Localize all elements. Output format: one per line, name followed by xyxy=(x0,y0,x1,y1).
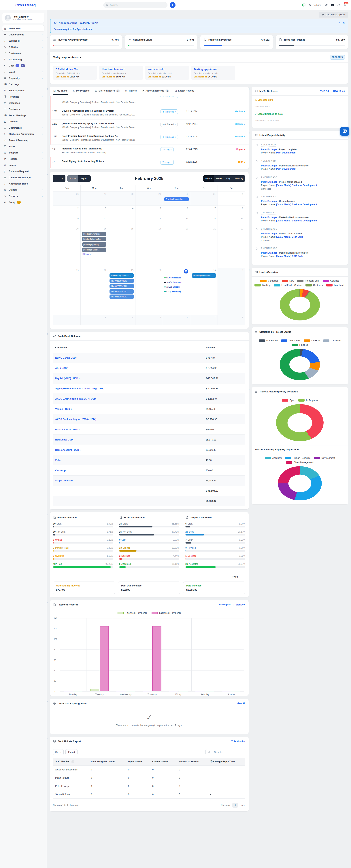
appointment-title[interactable]: CRM Module - Ter... xyxy=(56,68,94,71)
appointment-title[interactable]: New template for p... xyxy=(101,68,140,71)
activity-project-link[interactable]: PWA Development xyxy=(276,151,296,154)
task-status-select[interactable]: In Progress ∨ xyxy=(160,135,178,140)
bar-last-week-payments[interactable] xyxy=(73,691,83,691)
calendar-day-cell[interactable]: 3 xyxy=(81,315,108,325)
task-row[interactable]: 1291 Develop Knowledge Base & Wiki Book … xyxy=(50,107,248,120)
account-link[interactable]: Stripe Checkout xyxy=(53,479,206,482)
staff-col-staff-member[interactable]: Staff Member∧ xyxy=(53,758,88,766)
account-link[interactable]: Venmo ( USD ) xyxy=(53,408,206,410)
legend-item[interactable]: Cancelled xyxy=(323,339,341,342)
legend-item[interactable]: Last Week Payments xyxy=(151,612,181,614)
staff-col-open-tickets[interactable]: Open Tickets xyxy=(126,758,150,766)
legend-item[interactable]: Client Management xyxy=(286,461,314,464)
account-link[interactable]: CashApp xyxy=(53,469,206,472)
calendar-day-cell[interactable]: 28 xyxy=(108,191,136,206)
account-link[interactable]: Apple [Goldman Sachs Credit Card] ( USD … xyxy=(53,387,206,390)
pagination-previous[interactable]: Previous xyxy=(221,804,230,806)
settings-button[interactable]: Settings xyxy=(309,4,321,7)
calendar-dot-event[interactable]: 10:45a New temp xyxy=(164,281,189,283)
sidebar-item-documents[interactable]: ❐Documents‹ xyxy=(2,125,45,131)
legend-item[interactable]: In Progress xyxy=(281,339,300,342)
sidebar-item-reports[interactable]: ∿Reports‹ xyxy=(2,193,45,199)
activity-actor-link[interactable]: Peter Enzinger xyxy=(261,252,277,254)
bar-this-week-payments[interactable] xyxy=(64,691,73,691)
menu-toggle-icon[interactable] xyxy=(5,5,9,5)
sidebar-item-chat[interactable]: ❝Chat00 xyxy=(2,62,45,69)
sidebar-item-zoom-meetings[interactable]: ☎Zoom Meetings xyxy=(2,112,45,118)
sidebar-item-aiwriter[interactable]: ✎AiWriter‹ xyxy=(2,44,45,50)
sidebar-item-subscriptions[interactable]: ↻Subscriptions xyxy=(2,87,45,94)
sidebar-item-marketing-automation[interactable]: #Marketing Automation‹ xyxy=(2,131,45,137)
calendar-day-cell[interactable]: 5 xyxy=(136,315,163,325)
pagination-page-1[interactable]: 1 xyxy=(232,803,238,808)
task-title[interactable]: Installing Akeeba Solo (Standalone) xyxy=(62,147,160,150)
calendar-day-cell[interactable]: 6 xyxy=(163,315,190,325)
calendar-day-cell[interactable]: 22 xyxy=(218,226,245,268)
legend-item[interactable]: This Week Payments xyxy=(118,612,147,614)
calendar-dot-event[interactable]: 12:30p Website H xyxy=(164,286,189,288)
calendar-view-day[interactable]: Day xyxy=(224,176,233,182)
feedback-chat-icon[interactable] xyxy=(302,3,305,7)
drag-handle-icon[interactable]: ⠿ xyxy=(47,53,48,56)
activity-actor-link[interactable]: Peter Enzinger xyxy=(261,181,277,183)
global-search[interactable] xyxy=(104,2,168,8)
activity-project-link[interactable]: [Jasial Media] CRM Build xyxy=(276,255,303,257)
table-row[interactable]: Alexa von Strausmann0000- xyxy=(53,766,245,774)
appointment-card[interactable]: Website Help Description Website creat..… xyxy=(145,66,189,80)
task-title[interactable]: Email Piping / Auto Importing Tickets xyxy=(62,160,160,163)
todo-view-all-link[interactable]: View All xyxy=(320,90,329,92)
sidebar-item-appointly[interactable]: ▦Appointly‹ xyxy=(2,75,45,81)
sidebar-item-project-roadmap[interactable]: ↗Project Roadmap xyxy=(2,137,45,143)
activity-actor-link[interactable]: Peter Enzinger xyxy=(261,164,277,167)
task-priority-select[interactable]: High ∨ xyxy=(238,160,245,163)
calendar-event[interactable]: Email Piping / Auto Iı xyxy=(110,273,134,278)
search-input[interactable] xyxy=(110,4,165,6)
calendar-day-cell[interactable]: 19 xyxy=(136,226,163,268)
sidebar-item-leads[interactable]: ⊕Leads xyxy=(2,162,45,168)
sidebar-item-sales[interactable]: ⚡Sales‹ xyxy=(2,69,45,75)
bar-this-week-payments[interactable] xyxy=(143,691,152,691)
tickets_status-donut-chart[interactable] xyxy=(276,404,324,441)
payments-range-select[interactable]: Weekly ▾ xyxy=(236,603,245,606)
calendar-day-cell[interactable]: 7 xyxy=(190,206,218,216)
calendar-day-cell[interactable]: 28Installing Akeeba So xyxy=(190,268,218,315)
user-card[interactable]: Peter Enzinger peter@crossmerg.com xyxy=(2,13,45,23)
page-size-select[interactable]: 25⌄ xyxy=(53,749,64,755)
calendar-day-cell[interactable]: 11 xyxy=(108,216,136,226)
task-status-select[interactable]: In Progress ∨ xyxy=(160,110,178,114)
calendar-day-cell[interactable]: 25Email Piping / Auto IıINV-002204/02/20… xyxy=(108,268,136,315)
sidebar-item-customers[interactable]: ◠̈Customers xyxy=(2,50,45,56)
appointment-title[interactable]: Testing appointme... xyxy=(194,68,233,71)
calendar-event[interactable]: INV-002207/02/202 xyxy=(110,294,134,299)
task-priority-select[interactable]: Medium ∨ xyxy=(235,122,245,125)
bar-last-week-payments[interactable] xyxy=(179,691,188,691)
edit-announcement-icon[interactable]: ✎ xyxy=(339,22,341,24)
staff-col-total-assigned-tickets[interactable]: Total Assigned Tickets xyxy=(88,758,126,766)
staff-range-select[interactable]: This Month ▾ xyxy=(231,740,245,743)
sidebar-item-tasks[interactable]: ☑Tasks xyxy=(2,143,45,150)
calendar-day-cell[interactable]: 4 xyxy=(108,206,136,216)
dashboard-options-button[interactable]: Dashboard Options xyxy=(319,12,348,18)
calendar-day-cell[interactable]: 12 xyxy=(136,216,163,226)
task-row[interactable]: #1939 - Company Formation | Business Dev… xyxy=(50,96,248,107)
drag-handle-icon[interactable]: ⠿ xyxy=(249,389,250,391)
calendar-day-cell[interactable]: 26 xyxy=(136,268,163,315)
activity-project-link[interactable]: PWA Development xyxy=(276,168,296,170)
appointment-title[interactable]: Website Help xyxy=(148,68,186,71)
app-logo[interactable]: CrossMerg xyxy=(16,3,36,7)
task-title[interactable]: [New Frontier Tennis] Apply for DUNS Num… xyxy=(62,122,160,125)
task-row[interactable]: 1271 [New Frontier Tennis] Apply for DUN… xyxy=(50,120,248,132)
legend-item[interactable]: Working xyxy=(255,284,270,286)
calendar-dot-event[interactable]: 9a CRM Module - xyxy=(164,277,189,279)
legend-item[interactable]: Open xyxy=(282,399,295,402)
sidebar-item-setup[interactable]: ⚙Setup1 xyxy=(2,199,45,205)
legend-item[interactable]: Proposal Sent xyxy=(297,280,319,282)
account-link[interactable]: Bad Debt ( USD ) xyxy=(53,438,206,441)
task-priority-select[interactable]: Medium ∨ xyxy=(235,110,245,113)
legend-item[interactable]: Lost Leads xyxy=(326,284,345,286)
calendar-day-cell[interactable]: 2 xyxy=(53,315,81,325)
sidebar-item-development[interactable]: ❖Development‹ xyxy=(2,31,45,38)
legend-item[interactable]: Customer xyxy=(305,284,323,286)
calendar-day-cell[interactable]: 14 xyxy=(190,216,218,226)
bar-this-week-payments[interactable] xyxy=(90,689,99,691)
